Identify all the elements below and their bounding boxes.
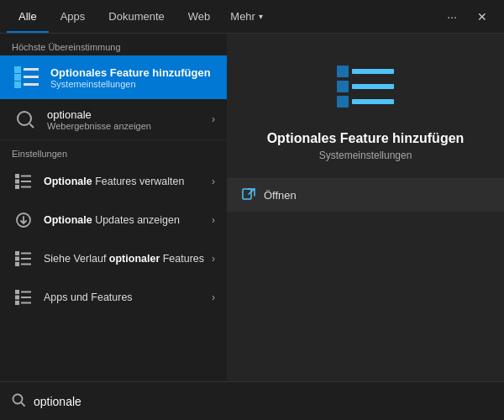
- svg-rect-31: [352, 84, 394, 89]
- svg-rect-32: [352, 99, 394, 104]
- settings-header: Einstellungen: [0, 140, 227, 162]
- svg-rect-3: [24, 68, 39, 71]
- svg-rect-33: [243, 189, 251, 199]
- tab-dokumente[interactable]: Dokumente: [97, 0, 176, 33]
- open-label: Öffnen: [264, 189, 297, 202]
- svg-rect-9: [15, 180, 19, 184]
- svg-rect-15: [15, 251, 19, 255]
- settings-item-text: Apps und Features: [44, 291, 212, 304]
- svg-point-6: [18, 112, 31, 125]
- chevron-down-icon: ▾: [259, 12, 263, 21]
- updates-icon: [12, 208, 35, 232]
- svg-rect-21: [15, 290, 19, 294]
- svg-rect-28: [337, 81, 349, 92]
- search-input[interactable]: [34, 395, 492, 408]
- chevron-right-icon: ›: [212, 113, 215, 125]
- main-container: Höchste Übereinstimmung Optionales Featu…: [0, 34, 504, 381]
- ellipsis-icon: ···: [447, 10, 457, 24]
- settings-item-text: Optionale Features verwalten: [44, 175, 212, 188]
- svg-rect-19: [21, 258, 31, 260]
- settings-item-text: Siehe Verlauf optionaler Features: [44, 252, 212, 265]
- best-match-text: Optionales Feature hinzufügen Systemeins…: [50, 66, 211, 89]
- list-settings-icon: [14, 65, 39, 90]
- right-panel: Optionales Feature hinzufügen Systemeins…: [227, 34, 504, 381]
- close-button[interactable]: ✕: [467, 2, 497, 32]
- right-app-title: Optionales Feature hinzufügen: [267, 131, 465, 146]
- svg-rect-4: [24, 76, 39, 78]
- svg-rect-2: [14, 81, 21, 88]
- tab-mehr[interactable]: Mehr ▾: [222, 0, 271, 33]
- best-match-title: Optionales Feature hinzufügen: [50, 66, 211, 79]
- right-app-subtitle: Systemeinstellungen: [319, 150, 412, 161]
- svg-rect-29: [337, 96, 349, 108]
- tab-web[interactable]: Web: [176, 0, 223, 33]
- best-match-subtitle: Systemeinstellungen: [50, 79, 211, 89]
- svg-rect-16: [15, 257, 19, 261]
- tab-apps[interactable]: Apps: [49, 0, 97, 33]
- web-result-item[interactable]: optionale Webergebnisse anzeigen ›: [0, 99, 227, 140]
- svg-rect-24: [21, 291, 31, 293]
- svg-rect-27: [337, 66, 349, 77]
- settings-item-updates[interactable]: Optionale Updates anzeigen ›: [0, 201, 227, 239]
- svg-rect-30: [352, 69, 394, 74]
- chevron-right-icon: ›: [212, 253, 215, 265]
- svg-rect-25: [21, 297, 31, 298]
- svg-rect-17: [15, 262, 19, 266]
- svg-rect-0: [14, 66, 21, 73]
- svg-line-7: [30, 124, 34, 129]
- best-match-header: Höchste Übereinstimmung: [0, 34, 227, 55]
- svg-rect-23: [15, 301, 19, 305]
- verlauf-icon: [12, 247, 35, 270]
- svg-rect-18: [21, 253, 31, 255]
- svg-line-36: [21, 402, 24, 406]
- settings-item-verlauf[interactable]: Siehe Verlauf optionaler Features ›: [0, 239, 227, 278]
- web-item-title: optionale: [47, 108, 212, 121]
- svg-rect-8: [15, 174, 19, 178]
- svg-rect-1: [14, 74, 21, 81]
- settings-item-features-verwalten[interactable]: Optionale Features verwalten ›: [0, 162, 227, 201]
- left-panel: Höchste Übereinstimmung Optionales Featu…: [0, 34, 227, 381]
- features-verwalten-icon: [12, 170, 35, 193]
- settings-item-text: Optionale Updates anzeigen: [44, 213, 212, 227]
- open-icon: [242, 187, 255, 203]
- svg-rect-12: [21, 181, 31, 182]
- top-navigation: Alle Apps Dokumente Web Mehr ▾ ··· ✕: [0, 0, 504, 34]
- search-bar: [0, 381, 504, 420]
- best-match-icon: [12, 62, 42, 92]
- svg-rect-11: [21, 176, 31, 177]
- svg-rect-22: [15, 296, 19, 300]
- svg-rect-26: [21, 302, 31, 304]
- open-button[interactable]: Öffnen: [227, 178, 504, 212]
- settings-item-apps-features[interactable]: Apps und Features ›: [0, 278, 227, 317]
- svg-rect-5: [24, 83, 39, 86]
- svg-rect-20: [21, 264, 31, 265]
- svg-rect-10: [15, 185, 19, 189]
- ellipsis-button[interactable]: ···: [437, 2, 467, 32]
- close-icon: ✕: [477, 10, 487, 24]
- search-web-icon: [12, 106, 39, 133]
- chevron-right-icon: ›: [212, 176, 215, 187]
- chevron-right-icon: ›: [212, 291, 215, 303]
- web-item-text: optionale Webergebnisse anzeigen: [47, 108, 212, 131]
- svg-rect-13: [21, 186, 31, 188]
- chevron-right-icon: ›: [212, 214, 215, 226]
- web-item-subtitle: Webergebnisse anzeigen: [47, 121, 212, 131]
- search-icon: [12, 393, 25, 410]
- best-match-item[interactable]: Optionales Feature hinzufügen Systemeins…: [0, 55, 227, 99]
- right-app-icon: [332, 59, 399, 118]
- apps-features-icon: [12, 286, 35, 309]
- tab-alle[interactable]: Alle: [7, 0, 49, 33]
